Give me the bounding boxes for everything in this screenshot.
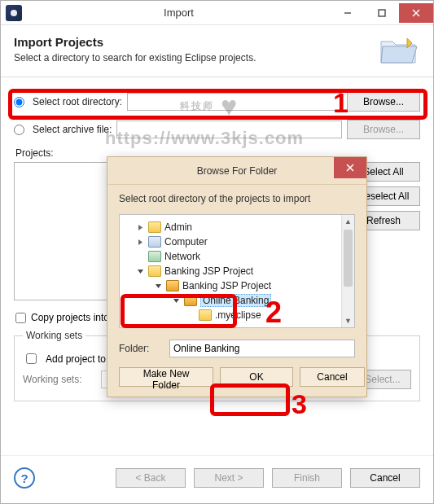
archive-file-radio[interactable] — [14, 125, 24, 135]
tree-node[interactable]: Online Banking — [120, 293, 354, 308]
make-new-folder-button[interactable]: Make New Folder — [119, 367, 213, 387]
working-sets-legend: Working sets — [23, 330, 85, 341]
folder-tree[interactable]: AdminComputerNetworkBanking JSP ProjectB… — [119, 214, 355, 328]
archive-file-row: Select archive file: Browse... — [14, 120, 420, 139]
dialog-titlebar: Browse For Folder — [107, 157, 366, 185]
close-button[interactable] — [399, 3, 433, 23]
tree-node-label: Admin — [164, 221, 192, 233]
dialog-title: Browse For Folder — [197, 165, 278, 177]
archive-file-input[interactable] — [116, 121, 342, 138]
twisty-icon[interactable] — [136, 223, 145, 232]
svg-point-0 — [11, 10, 17, 16]
folder-input[interactable] — [169, 340, 355, 357]
tree-node[interactable]: Banking JSP Project — [120, 278, 354, 293]
tree-node[interactable]: Banking JSP Project — [120, 264, 354, 278]
scroll-thumb[interactable] — [344, 230, 353, 287]
tree-node[interactable]: Admin — [120, 220, 354, 234]
page-subtitle: Select a directory to search for existin… — [14, 52, 420, 64]
network-icon — [148, 251, 161, 262]
ok-button[interactable]: OK — [220, 367, 293, 387]
dialog-close-button[interactable] — [334, 157, 366, 178]
root-directory-input[interactable] — [127, 93, 342, 111]
folder-icon — [184, 295, 197, 306]
archive-browse-button: Browse... — [347, 120, 420, 139]
folder-icon — [148, 265, 161, 277]
minimize-button[interactable] — [331, 3, 365, 23]
scroll-down-icon[interactable]: ▼ — [342, 314, 354, 327]
import-window: Import Import Projects Select a director… — [0, 0, 434, 504]
page-title: Import Projects — [14, 35, 420, 49]
next-button: Next > — [194, 468, 264, 488]
computer-icon — [148, 236, 161, 248]
twisty-icon[interactable] — [136, 267, 145, 276]
svg-rect-2 — [379, 10, 385, 16]
back-button: < Back — [116, 468, 186, 488]
root-directory-label[interactable]: Select root directory: — [33, 96, 122, 107]
root-browse-button[interactable]: Browse... — [347, 92, 420, 112]
twisty-icon[interactable] — [186, 311, 195, 320]
eclipse-app-icon — [6, 5, 22, 21]
window-title: Import — [27, 7, 331, 19]
folder-icon — [166, 280, 179, 291]
tree-node-label: .myeclipse — [215, 309, 261, 321]
tree-node-label: Banking JSP Project — [164, 265, 253, 277]
maximize-button[interactable] — [365, 3, 399, 23]
dialog-cancel-button[interactable]: Cancel — [300, 367, 365, 387]
dialog-instruction: Select root directory of the projects to… — [119, 193, 355, 204]
tree-node[interactable]: Network — [120, 249, 354, 264]
tree-node[interactable]: .myeclipse — [120, 308, 354, 322]
archive-file-label[interactable]: Select archive file: — [33, 124, 112, 135]
twisty-icon[interactable] — [136, 238, 145, 247]
add-workingset-checkbox[interactable] — [26, 353, 37, 364]
root-directory-row: Select root directory: Browse... — [14, 92, 420, 112]
copy-projects-checkbox[interactable] — [15, 313, 26, 323]
twisty-icon[interactable] — [136, 252, 145, 261]
help-icon[interactable]: ? — [14, 467, 35, 489]
tree-node-label: Online Banking — [200, 294, 271, 307]
folder-field-label: Folder: — [119, 343, 160, 354]
scroll-up-icon[interactable]: ▲ — [342, 215, 354, 228]
browse-folder-dialog: Browse For Folder Select root directory … — [107, 156, 367, 397]
tree-node-label: Network — [164, 251, 200, 262]
tree-scrollbar[interactable]: ▲ ▼ — [341, 215, 354, 327]
import-folder-icon — [379, 33, 419, 66]
tree-node[interactable]: Computer — [120, 234, 354, 249]
twisty-icon[interactable] — [154, 282, 163, 291]
folder-icon — [148, 221, 161, 233]
tree-node-label: Computer — [164, 236, 208, 248]
wizard-header: Import Projects Select a directory to se… — [1, 25, 433, 77]
root-directory-radio[interactable] — [14, 97, 24, 107]
workingset-row-label: Working sets: — [23, 374, 94, 385]
twisty-icon[interactable] — [172, 296, 181, 305]
wizard-footer: ? < Back Next > Finish Cancel — [1, 455, 433, 503]
tree-node-label: Banking JSP Project — [182, 280, 271, 291]
finish-button: Finish — [272, 468, 342, 488]
title-bar: Import — [1, 1, 433, 25]
folder-icon — [199, 309, 212, 321]
cancel-button[interactable]: Cancel — [350, 468, 420, 488]
